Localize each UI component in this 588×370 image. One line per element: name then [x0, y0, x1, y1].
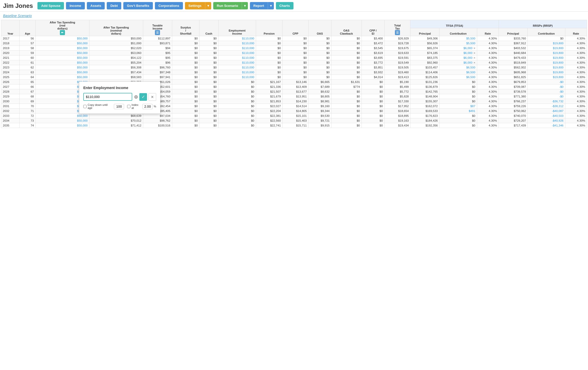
table-row[interactable]: $50,000	[36, 65, 89, 70]
table-row[interactable]: $0	[218, 94, 256, 99]
copy-down-checkbox[interactable]	[83, 105, 87, 108]
table-row[interactable]: $100,516	[143, 123, 172, 128]
table-row[interactable]: -$40,503	[528, 113, 565, 118]
index-label[interactable]: Index at %	[127, 103, 156, 109]
index-value-input[interactable]	[142, 104, 153, 109]
table-row[interactable]: $0	[439, 84, 477, 89]
table-row[interactable]: $97,034	[143, 113, 172, 118]
table-row[interactable]: $93,871	[143, 41, 172, 46]
settings-dropdown-button[interactable]: ▾	[205, 2, 211, 9]
report-main-button[interactable]: Report	[250, 2, 268, 9]
copy-down-label[interactable]: Copy down until age	[83, 103, 124, 109]
table-row[interactable]: -$41,346	[528, 123, 565, 128]
gov-benefits-button[interactable]: Gov't Benefits	[123, 2, 153, 9]
table-row[interactable]: $95	[143, 51, 172, 55]
table-row[interactable]: -$0	[528, 80, 565, 84]
clear-input-icon[interactable]: ✕	[134, 95, 138, 99]
table-row[interactable]: $0	[439, 80, 477, 84]
table-row[interactable]: $0	[218, 89, 256, 94]
table-row[interactable]: $97,941	[143, 75, 172, 80]
table-row[interactable]: $95	[143, 55, 172, 60]
employment-income-input[interactable]	[83, 93, 132, 101]
table-row[interactable]: $6,000 ✕	[439, 51, 477, 55]
table-row[interactable]: $491	[439, 109, 477, 113]
table-row[interactable]: $110,000	[218, 36, 256, 41]
table-row[interactable]: $0	[439, 99, 477, 104]
add-spouse-button[interactable]: Add Spouse	[37, 2, 64, 9]
run-scenario-main-button[interactable]: Run Scenario	[213, 2, 242, 9]
table-row[interactable]: $0	[218, 99, 256, 104]
table-row[interactable]: $110,000	[218, 51, 256, 55]
table-row[interactable]: $110,000	[218, 55, 256, 60]
table-row[interactable]: -$36,732	[528, 99, 565, 104]
table-row[interactable]: $112,897	[143, 36, 172, 41]
copy-age-input[interactable]	[114, 104, 124, 109]
table-row[interactable]: $0	[218, 104, 256, 109]
table-row[interactable]: $6,000 ✕	[439, 60, 477, 65]
table-row[interactable]: $87	[439, 104, 477, 109]
table-row[interactable]: $110,000	[218, 75, 256, 80]
table-row[interactable]: $19,800	[528, 51, 565, 55]
table-row[interactable]: $6,000 ✕	[439, 46, 477, 51]
table-row[interactable]: $19,800	[528, 41, 565, 46]
table-row[interactable]: $50,000	[36, 51, 89, 55]
taxable-income-list-icon[interactable]: ☰	[155, 30, 160, 35]
table-row[interactable]: $0	[218, 113, 256, 118]
table-row[interactable]: $50,000	[36, 75, 89, 80]
table-row[interactable]: $0	[439, 118, 477, 123]
table-row[interactable]: -$40,926	[528, 118, 565, 123]
run-scenario-dropdown-button[interactable]: ▾	[242, 2, 248, 9]
table-row[interactable]: $0	[218, 84, 256, 89]
index-checkbox[interactable]	[127, 105, 130, 108]
table-row[interactable]: $50,000	[36, 70, 89, 75]
table-row[interactable]: $50,000	[36, 55, 89, 60]
report-dropdown-button[interactable]: ▾	[268, 2, 274, 9]
table-row[interactable]: $110,000	[218, 41, 256, 46]
table-row[interactable]: $0	[218, 118, 256, 123]
table-row[interactable]: $0	[218, 80, 256, 84]
table-row[interactable]: $0	[218, 109, 256, 113]
assets-button[interactable]: Assets	[87, 2, 105, 9]
table-row[interactable]: $0	[439, 89, 477, 94]
table-row[interactable]: $50,000	[36, 36, 89, 41]
table-row[interactable]: $19,800	[528, 60, 565, 65]
after-tax-real-edit-icon[interactable]: ✏	[60, 30, 65, 35]
settings-main-button[interactable]: Settings	[185, 2, 205, 9]
table-row[interactable]: $6,500	[439, 65, 477, 70]
table-row[interactable]: $110,000	[218, 65, 256, 70]
table-row[interactable]: $0	[439, 123, 477, 128]
table-row[interactable]: $96	[143, 60, 172, 65]
table-row[interactable]: -$0	[528, 84, 565, 89]
table-row[interactable]: $50,000	[36, 46, 89, 51]
scenario-link[interactable]: Baseline Scenario	[3, 14, 32, 18]
debt-button[interactable]: Debt	[107, 2, 121, 9]
table-row[interactable]: $19,800	[528, 75, 565, 80]
table-row[interactable]: $110,000	[218, 46, 256, 51]
table-row[interactable]: $94	[143, 46, 172, 51]
table-row[interactable]: $50,000	[36, 60, 89, 65]
income-button[interactable]: Income	[66, 2, 85, 9]
table-row[interactable]: $50,000	[36, 123, 89, 128]
table-row[interactable]: -$38,312	[528, 104, 565, 109]
charts-button[interactable]: Charts	[276, 2, 293, 9]
table-row[interactable]: $19,800	[528, 70, 565, 75]
table-row[interactable]: -$40,087	[528, 109, 565, 113]
table-row[interactable]: $6,500	[439, 75, 477, 80]
table-row[interactable]: $19,800	[528, 55, 565, 60]
table-row[interactable]: $5,500	[439, 41, 477, 46]
table-row[interactable]: $50,000	[36, 41, 89, 46]
table-row[interactable]: $98,762	[143, 118, 172, 123]
table-row[interactable]: $110,000	[218, 70, 256, 75]
table-row[interactable]: -$0	[528, 94, 565, 99]
table-row[interactable]: $96,760	[143, 65, 172, 70]
table-row[interactable]: $19,800	[528, 65, 565, 70]
table-row[interactable]: $0	[439, 113, 477, 118]
table-row[interactable]: $5,500	[439, 36, 477, 41]
table-row[interactable]: $50,000	[36, 113, 89, 118]
table-row[interactable]: $97,348	[143, 70, 172, 75]
table-row[interactable]: $50,000	[36, 118, 89, 123]
corporations-button[interactable]: Corporations	[155, 2, 183, 9]
popup-confirm-button[interactable]: ✓	[139, 93, 147, 101]
table-row[interactable]: $0	[439, 94, 477, 99]
table-row[interactable]: -$0	[528, 89, 565, 94]
